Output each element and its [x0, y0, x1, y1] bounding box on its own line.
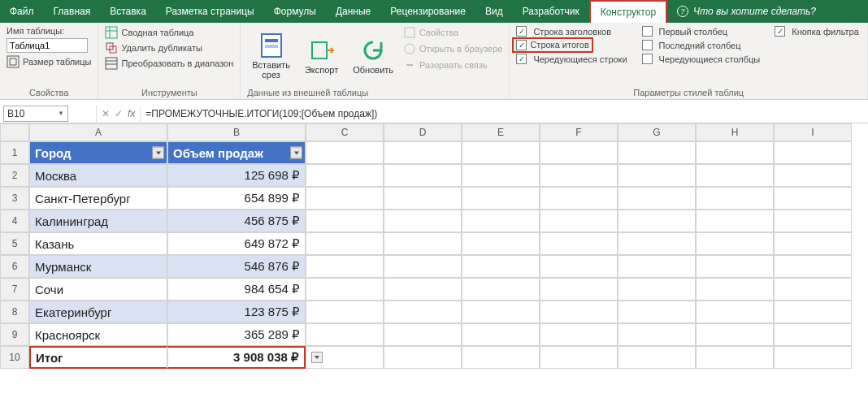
- unlink: Разорвать связь: [403, 58, 502, 71]
- chevron-down-icon[interactable]: ▼: [58, 110, 64, 117]
- col-header[interactable]: H: [696, 123, 774, 141]
- tab-home[interactable]: Главная: [44, 0, 101, 23]
- table-row[interactable]: 125 698 ₽: [167, 164, 306, 187]
- total-dropdown[interactable]: [311, 352, 323, 363]
- tab-insert[interactable]: Вставка: [100, 0, 156, 23]
- tell-me[interactable]: ? Что вы хотите сделать?: [667, 0, 826, 23]
- table-row[interactable]: 456 875 ₽: [167, 210, 306, 232]
- table-row[interactable]: Москва: [29, 164, 167, 187]
- row-header[interactable]: 7: [0, 278, 29, 301]
- table-row[interactable]: 649 872 ₽: [167, 232, 306, 255]
- row-header[interactable]: 9: [0, 323, 29, 346]
- tab-file[interactable]: Файл: [0, 0, 44, 23]
- chk-header-row[interactable]: Строка заголовков: [516, 26, 627, 37]
- total-label[interactable]: Итог: [29, 346, 167, 369]
- pivot-table[interactable]: Сводная таблица: [105, 26, 233, 39]
- resize-table[interactable]: Размер таблицы: [7, 55, 91, 68]
- enter-icon[interactable]: ✓: [115, 108, 123, 119]
- refresh-icon: [360, 37, 386, 63]
- table-row[interactable]: 365 289 ₽: [167, 323, 306, 346]
- tell-me-label: Что вы хотите сделать?: [693, 6, 816, 17]
- group-tools: Сводная таблица Удалить дубликаты Преобр…: [98, 23, 241, 99]
- name-box[interactable]: B10 ▼: [3, 106, 68, 122]
- chk-filter-button[interactable]: Кнопка фильтра: [775, 26, 859, 37]
- row-header[interactable]: 5: [0, 232, 29, 255]
- col-header[interactable]: G: [618, 123, 696, 141]
- table-row[interactable]: Сочи: [29, 278, 167, 301]
- svg-rect-9: [405, 28, 414, 37]
- col-header[interactable]: F: [540, 123, 618, 141]
- export-button[interactable]: Экспорт: [300, 26, 343, 86]
- pivot-icon: [105, 26, 118, 39]
- insert-slicer[interactable]: Вставить срез: [247, 26, 295, 86]
- tab-design[interactable]: Конструктор: [589, 0, 667, 23]
- ext-properties: Свойства: [403, 26, 502, 39]
- row-header[interactable]: 4: [0, 210, 29, 232]
- table-row[interactable]: Екатеринбург: [29, 301, 167, 323]
- col-header[interactable]: I: [774, 123, 852, 141]
- table-row[interactable]: Калининград: [29, 210, 167, 232]
- fx-icon[interactable]: fx: [128, 108, 135, 119]
- table-row[interactable]: 123 875 ₽: [167, 301, 306, 323]
- unlink-icon: [403, 58, 416, 71]
- row-header[interactable]: 8: [0, 301, 29, 323]
- tab-review[interactable]: Рецензирование: [380, 0, 475, 23]
- ribbon-tabs: Файл Главная Вставка Разметка страницы Ф…: [0, 0, 868, 23]
- convert-to-range[interactable]: Преобразовать в диапазон: [105, 57, 233, 70]
- table-row[interactable]: 984 654 ₽: [167, 278, 306, 301]
- group-label: Свойства: [7, 86, 91, 97]
- props-icon: [403, 26, 416, 39]
- spreadsheet-grid: A B C D E F G H I 1 Город Объем продаж 2…: [0, 123, 868, 369]
- col-header[interactable]: E: [462, 123, 540, 141]
- table-header-city[interactable]: Город: [29, 141, 167, 164]
- export-icon: [309, 37, 335, 63]
- cancel-icon[interactable]: ✕: [102, 108, 110, 119]
- browser-icon: [403, 42, 416, 55]
- tab-developer[interactable]: Разработчик: [513, 0, 589, 23]
- filter-button[interactable]: [152, 147, 164, 159]
- duplicates-icon: [105, 41, 118, 54]
- table-row[interactable]: 546 876 ₽: [167, 255, 306, 278]
- svg-rect-0: [7, 56, 19, 67]
- tab-layout[interactable]: Разметка страницы: [156, 0, 264, 23]
- lightbulb-icon: ?: [677, 6, 688, 17]
- row-header[interactable]: 10: [0, 346, 29, 369]
- table-name-input[interactable]: [7, 38, 88, 53]
- open-in-browser: Открыть в браузере: [403, 42, 502, 55]
- chk-banded-cols[interactable]: Чередующиеся столбцы: [642, 54, 761, 64]
- table-row[interactable]: Мурманск: [29, 255, 167, 278]
- refresh-button[interactable]: Обновить: [348, 26, 398, 86]
- row-header[interactable]: 6: [0, 255, 29, 278]
- col-header[interactable]: A: [29, 123, 167, 141]
- tab-formulas[interactable]: Формулы: [264, 0, 326, 23]
- tab-view[interactable]: Вид: [475, 0, 513, 23]
- chk-last-col[interactable]: Последний столбец: [642, 40, 761, 50]
- group-label: Параметры стилей таблиц: [516, 86, 861, 97]
- row-header[interactable]: 2: [0, 164, 29, 187]
- row-header[interactable]: 3: [0, 187, 29, 210]
- table-row[interactable]: Красноярск: [29, 323, 167, 346]
- formula-bar: B10 ▼ ✕ ✓ fx =ПРОМЕЖУТОЧНЫЕ.ИТОГИ(109;[О…: [0, 104, 868, 123]
- row-header[interactable]: 1: [0, 141, 29, 164]
- tab-data[interactable]: Данные: [326, 0, 380, 23]
- col-header[interactable]: D: [384, 123, 462, 141]
- chk-banded-rows[interactable]: Чередующиеся строки: [516, 54, 627, 64]
- select-all-corner[interactable]: [0, 123, 29, 141]
- filter-button[interactable]: [290, 147, 302, 159]
- convert-icon: [105, 57, 118, 70]
- svg-point-10: [405, 44, 414, 54]
- table-header-sales[interactable]: Объем продаж: [167, 141, 306, 164]
- table-row[interactable]: Казань: [29, 232, 167, 255]
- chk-first-col[interactable]: Первый столбец: [642, 26, 761, 37]
- chk-total-row[interactable]: Строка итогов: [516, 40, 627, 50]
- svg-rect-7: [265, 45, 278, 48]
- table-row[interactable]: 654 899 ₽: [167, 187, 306, 210]
- col-header[interactable]: C: [306, 123, 384, 141]
- col-header[interactable]: B: [167, 123, 306, 141]
- table-row[interactable]: Санкт-Петербург: [29, 187, 167, 210]
- remove-duplicates[interactable]: Удалить дубликаты: [105, 41, 233, 54]
- formula-input[interactable]: =ПРОМЕЖУТОЧНЫЕ.ИТОГИ(109;[Объем продаж]): [141, 108, 868, 119]
- total-value[interactable]: 3 908 038 ₽: [167, 346, 306, 369]
- svg-rect-1: [106, 27, 117, 38]
- group-label: Данные из внешней таблицы: [247, 86, 368, 97]
